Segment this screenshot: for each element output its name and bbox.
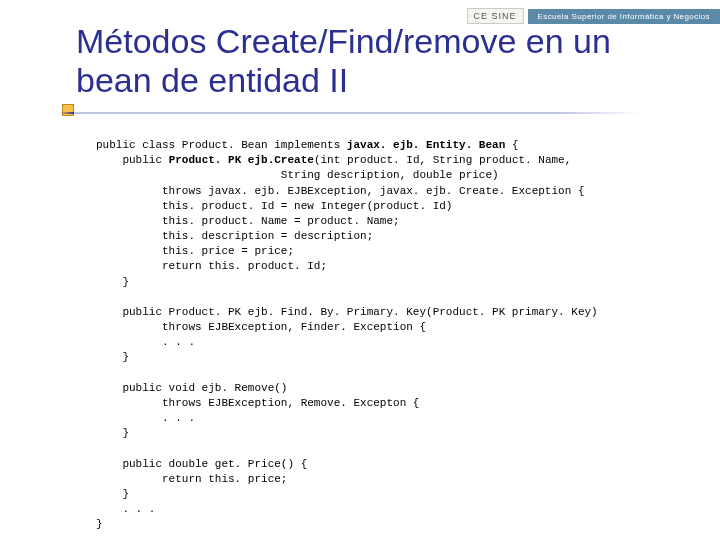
tagline: Escuela Superior de Informática y Negoci… [528,9,720,24]
code-line: (int product. Id, String product. Name, [314,154,571,166]
code-line: throws javax. ejb. EJBException, javax. … [96,185,584,197]
code-line: . . . [96,412,195,424]
code-line: this. product. Name = product. Name; [96,215,400,227]
code-line: public [96,154,169,166]
code-line: } [96,427,129,439]
header-bar: CE SINE Escuela Superior de Informática … [467,8,720,24]
code-line: public void ejb. Remove() [96,382,287,394]
code-bold: Product. PK [169,154,242,166]
code-line: String description, double price) [96,169,499,181]
code-line: { [505,139,518,151]
code-block: public class Product. Bean implements ja… [96,138,598,532]
code-line: return this. price; [96,473,287,485]
code-line: throws EJBException, Finder. Exception { [96,321,426,333]
slide-title: Métodos Create/Find/remove en un bean de… [76,22,636,100]
code-line: . . . [96,503,155,515]
code-line: public double get. Price() { [96,458,307,470]
code-line [241,154,248,166]
title-bullet-icon [62,104,74,116]
code-line: } [96,351,129,363]
code-line: public Product. PK ejb. Find. By. Primar… [96,306,598,318]
code-line: public class Product. Bean implements [96,139,347,151]
code-line: } [96,518,103,530]
code-line: } [96,488,129,500]
code-line: throws EJBException, Remove. Excepton { [96,397,419,409]
title-underline [0,112,720,114]
logo: CE SINE [467,8,524,24]
code-line: . . . [96,336,195,348]
code-bold: javax. ejb. Entity. Bean [347,139,505,151]
code-line: this. description = description; [96,230,373,242]
code-line: return this. product. Id; [96,260,327,272]
code-line: this. product. Id = new Integer(product.… [96,200,452,212]
code-bold: ejb.Create [248,154,314,166]
code-line: this. price = price; [96,245,294,257]
code-line: } [96,276,129,288]
